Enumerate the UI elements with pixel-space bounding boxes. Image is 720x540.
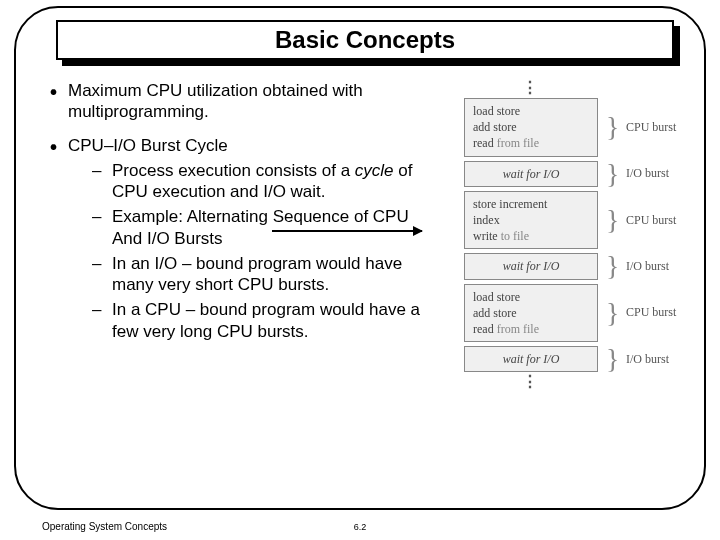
diagram-row-io3: wait for I/O }I/O burst [464, 346, 702, 372]
bullet-2-body: CPU–I/O Burst Cycle – Process execution … [68, 135, 440, 346]
dash-icon: – [92, 160, 112, 203]
slide-frame: Basic Concepts • Maximum CPU utilization… [14, 6, 706, 510]
bullet-icon: • [50, 135, 68, 346]
b1l1: load store [473, 104, 520, 118]
b3l3a: read [473, 322, 497, 336]
io-burst-label: }I/O burst [598, 352, 669, 367]
sub1-pre: Process execution consists of a [112, 161, 355, 180]
io-burst-label: }I/O burst [598, 166, 669, 181]
diagram-row-io2: wait for I/O }I/O burst [464, 253, 702, 279]
slide-title: Basic Concepts [275, 26, 455, 54]
content-area: • Maximum CPU utilization obtained with … [50, 80, 440, 358]
b2l3b: to file [501, 229, 529, 243]
cpu-burst-label: }CPU burst [598, 213, 676, 228]
diagram-row-cpu3: load store add store read from file }CPU… [464, 284, 702, 343]
subitem-2: – Example: Alternating Sequence of CPU A… [92, 206, 440, 249]
arrow-icon [272, 230, 422, 232]
sublist: – Process execution consists of a cycle … [68, 160, 440, 342]
burst-diagram: ⋮ load store add store read from file }C… [464, 82, 702, 392]
sub1-em: cycle [355, 161, 394, 180]
b2l3a: write [473, 229, 501, 243]
cpu-label-text: CPU burst [626, 305, 676, 319]
b3l3b: from file [497, 322, 539, 336]
title-front: Basic Concepts [56, 20, 674, 60]
subitem-3: – In an I/O – bound program would have m… [92, 253, 440, 296]
b2l2: index [473, 213, 500, 227]
title-box: Basic Concepts [56, 20, 680, 64]
vdots-icon: ⋮ [464, 376, 598, 392]
b3l2: add store [473, 306, 517, 320]
footer-page-number: 6.2 [0, 522, 720, 532]
io-wait-3: wait for I/O [464, 346, 598, 372]
cpu-label-text: CPU burst [626, 120, 676, 134]
b2l1: store increment [473, 197, 547, 211]
io-wait-2: wait for I/O [464, 253, 598, 279]
io-label-text: I/O burst [626, 259, 669, 273]
dash-icon: – [92, 299, 112, 342]
diagram-row-cpu1: load store add store read from file }CPU… [464, 98, 702, 157]
cpu-block-2: store increment index write to file [464, 191, 598, 250]
b1l3b: from file [497, 136, 539, 150]
subitem-1-text: Process execution consists of a cycle of… [112, 160, 440, 203]
subitem-3-text: In an I/O – bound program would have man… [112, 253, 440, 296]
b1l3a: read [473, 136, 497, 150]
subitem-4: – In a CPU – bound program would have a … [92, 299, 440, 342]
bullet-1-text: Maximum CPU utilization obtained with mu… [68, 80, 440, 123]
cpu-burst-label: }CPU burst [598, 120, 676, 135]
cpu-block-3: load store add store read from file [464, 284, 598, 343]
bullet-2: • CPU–I/O Burst Cycle – Process executio… [50, 135, 440, 346]
b1l2: add store [473, 120, 517, 134]
subitem-1: – Process execution consists of a cycle … [92, 160, 440, 203]
diagram-row-io1: wait for I/O }I/O burst [464, 161, 702, 187]
diagram-row-cpu2: store increment index write to file }CPU… [464, 191, 702, 250]
subitem-4-text: In a CPU – bound program would have a fe… [112, 299, 440, 342]
io-label-text: I/O burst [626, 352, 669, 366]
io-wait-1: wait for I/O [464, 161, 598, 187]
io-burst-label: }I/O burst [598, 259, 669, 274]
vdots-icon: ⋮ [464, 82, 598, 98]
bullet-icon: • [50, 80, 68, 123]
cpu-block-1: load store add store read from file [464, 98, 598, 157]
subitem-2-text: Example: Alternating Sequence of CPU And… [112, 206, 440, 249]
bullet-2-text: CPU–I/O Burst Cycle [68, 136, 228, 155]
cpu-label-text: CPU burst [626, 213, 676, 227]
b3l1: load store [473, 290, 520, 304]
io-label-text: I/O burst [626, 166, 669, 180]
dash-icon: – [92, 253, 112, 296]
dash-icon: – [92, 206, 112, 249]
cpu-burst-label: }CPU burst [598, 305, 676, 320]
bullet-1: • Maximum CPU utilization obtained with … [50, 80, 440, 123]
